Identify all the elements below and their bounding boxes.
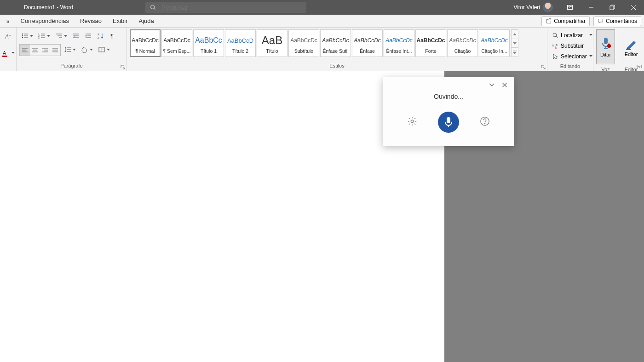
dictation-settings-button[interactable]	[407, 116, 417, 128]
sort-button[interactable]: AZ	[95, 30, 106, 41]
avatar[interactable]	[543, 2, 553, 12]
tab-ajuda[interactable]: Ajuda	[133, 15, 160, 27]
style-item[interactable]: AaBbCcDcForte	[415, 29, 446, 57]
document-page[interactable]	[0, 71, 444, 362]
increase-indent-button[interactable]	[83, 30, 94, 41]
align-left-button[interactable]	[20, 45, 30, 56]
select-label: Selecionar	[561, 53, 587, 60]
chevron-down-icon	[12, 52, 15, 54]
style-item[interactable]: AaBbCcDc¶ Sem Esp...	[161, 29, 192, 57]
dictation-mic-button[interactable]	[438, 112, 459, 133]
svg-point-73	[485, 123, 485, 124]
svg-point-13	[22, 34, 23, 35]
show-marks-button[interactable]: ¶	[108, 30, 118, 41]
numbering-button[interactable]: 123	[36, 30, 52, 41]
font-color-button[interactable]: A	[0, 48, 17, 59]
dictation-minimize-button[interactable]	[487, 80, 497, 90]
svg-point-69	[411, 120, 414, 123]
group-editor: Editor Editor	[618, 28, 644, 71]
svg-text:A: A	[3, 50, 6, 56]
svg-line-4	[569, 6, 571, 8]
style-item[interactable]: AaBbCcDcSubtítulo	[288, 29, 319, 57]
align-right-button[interactable]	[40, 45, 50, 56]
align-justify-button[interactable]	[50, 45, 60, 56]
decrease-indent-button[interactable]	[70, 30, 81, 41]
group-editing-label: Editando	[547, 63, 593, 71]
style-item[interactable]: AaBTítulo	[257, 29, 288, 57]
dictation-close-button[interactable]	[500, 80, 510, 90]
style-preview: AaBbCcDc	[416, 33, 446, 48]
line-spacing-button[interactable]	[62, 44, 78, 55]
style-item[interactable]: AaBbCcTítulo 1	[193, 29, 224, 57]
style-item[interactable]: AaBbCcDc¶ Normal	[130, 29, 161, 57]
dictate-label: Ditar	[600, 52, 611, 57]
dictate-button[interactable]: Ditar	[596, 29, 615, 64]
style-name: Título 2	[225, 48, 255, 54]
user-name[interactable]: Vitor Valeri	[513, 4, 540, 11]
borders-button[interactable]	[96, 44, 112, 55]
tab-correspondencias[interactable]: Correspondências	[15, 15, 75, 27]
maximize-icon[interactable]	[602, 0, 623, 15]
collapse-ribbon-icon[interactable]	[636, 64, 643, 69]
group-paragraph: 123 AZ ¶ Parágrafo	[17, 28, 127, 71]
svg-line-9	[548, 19, 551, 22]
share-button[interactable]: Compartilhar	[541, 16, 590, 26]
title-bar: Documento1 - Word Vitor Valeri	[0, 0, 644, 15]
shading-button[interactable]	[79, 44, 95, 55]
group-styles-label: Estilos	[127, 62, 547, 71]
comments-label: Comentários	[606, 18, 637, 24]
close-icon[interactable]	[623, 0, 644, 15]
minimize-icon[interactable]	[581, 0, 602, 15]
styles-more-button[interactable]	[512, 48, 518, 57]
style-item[interactable]: AaBbCcDcÊnfase	[352, 29, 383, 57]
style-preview: AaBbCcDc	[162, 33, 192, 48]
share-label: Compartilhar	[554, 18, 586, 24]
find-label: Localizar	[561, 32, 583, 39]
dictation-panel: Ouvindo...	[383, 77, 514, 146]
comments-button[interactable]: Comentários	[593, 16, 641, 26]
style-item[interactable]: AaBbCcDcCitação	[447, 29, 478, 57]
help-icon	[480, 116, 490, 126]
document-title: Documento1 - Word	[24, 4, 73, 11]
find-button[interactable]: Localizar	[550, 30, 594, 40]
select-button[interactable]: Selecionar	[550, 51, 594, 61]
align-center-button[interactable]	[30, 45, 40, 56]
style-item[interactable]: AaBbCcDTítulo 2	[225, 29, 256, 57]
tab-exibir[interactable]: Exibir	[107, 15, 133, 27]
replace-button[interactable]: ab Substituir	[550, 41, 594, 51]
tab-partial[interactable]: s	[1, 15, 15, 27]
styles-down-button[interactable]	[512, 39, 518, 48]
svg-rect-62	[604, 38, 608, 44]
style-name: Subtítulo	[289, 48, 319, 54]
style-item[interactable]: AaBbCcDcÊnfase Int...	[384, 29, 414, 57]
style-name: Título	[257, 48, 287, 54]
search-input[interactable]	[161, 4, 306, 11]
paragraph-launcher-icon[interactable]	[121, 65, 125, 69]
group-editing: Localizar ab Substituir Selecionar Edita…	[547, 28, 593, 71]
share-icon	[546, 18, 552, 24]
style-item[interactable]: AaBbCcDcCitação In...	[479, 29, 510, 57]
search-box[interactable]	[145, 2, 306, 13]
styles-launcher-icon[interactable]	[541, 65, 546, 69]
style-name: Ênfase Int...	[384, 48, 414, 54]
ribbon-display-icon[interactable]	[559, 0, 581, 15]
style-name: Citação In...	[479, 48, 509, 54]
styles-up-button[interactable]	[512, 30, 518, 39]
style-name: Citação	[448, 48, 477, 54]
group-voice: Ditar Voz	[593, 28, 618, 71]
style-item[interactable]: AaBbCcDcÊnfase Sutil	[320, 29, 351, 57]
clear-formatting-button[interactable]: A	[2, 31, 14, 42]
svg-text:a: a	[552, 44, 554, 47]
style-preview: AaBbCcD	[225, 33, 255, 48]
ribbon: A A 123 AZ ¶	[0, 28, 644, 71]
tab-revisao[interactable]: Revisão	[75, 15, 107, 27]
svg-line-59	[556, 36, 558, 38]
editor-button[interactable]: Editor	[621, 29, 641, 64]
style-name: Título 1	[194, 48, 224, 54]
multilevel-list-button[interactable]	[53, 30, 69, 41]
styles-gallery[interactable]: AaBbCcDc¶ NormalAaBbCcDc¶ Sem Esp...AaBb…	[130, 29, 510, 57]
bullets-button[interactable]	[19, 30, 35, 41]
svg-text:A: A	[98, 33, 99, 36]
select-icon	[552, 53, 558, 60]
dictation-help-button[interactable]	[480, 116, 490, 128]
